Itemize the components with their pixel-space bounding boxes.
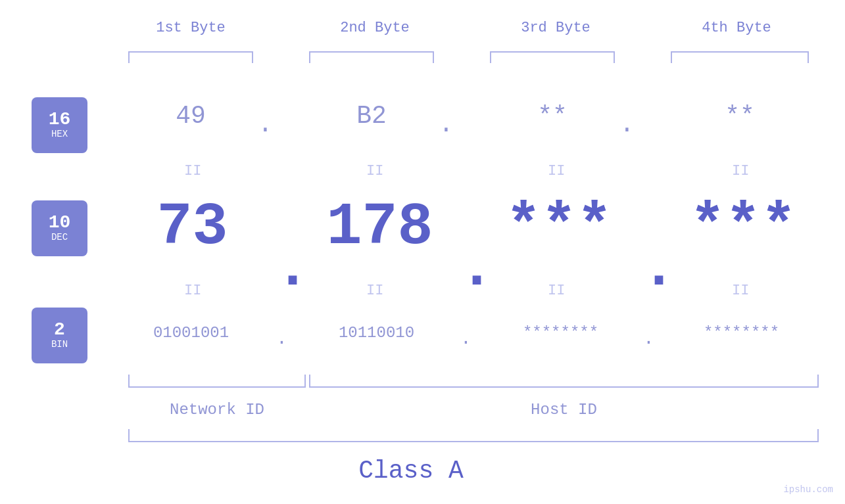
- network-id-label: Network ID: [128, 401, 306, 419]
- hex-val-4: **: [671, 102, 809, 130]
- hex-dot-2: .: [439, 110, 454, 139]
- bracket-top-col1: [128, 51, 253, 63]
- full-bottom-bracket: [128, 429, 819, 442]
- eq-dec-bin-2: II: [366, 283, 383, 299]
- eq-hex-dec-2: II: [366, 163, 383, 179]
- hex-badge: 16 HEX: [32, 97, 87, 153]
- eq-hex-dec-4: II: [732, 163, 749, 179]
- bin-badge-bottom: BIN: [51, 339, 68, 350]
- col3-header: 3rd Byte: [483, 20, 628, 36]
- bracket-top-col2: [309, 51, 434, 63]
- eq-hex-dec-3: II: [548, 163, 565, 179]
- col2-header: 2nd Byte: [302, 20, 447, 36]
- eq-dec-bin-4: II: [732, 283, 749, 299]
- bin-val-4: ********: [664, 324, 819, 342]
- hex-badge-bottom: HEX: [51, 129, 68, 140]
- bin-val-2: 10110010: [296, 324, 457, 342]
- main-container: 1st Byte 2nd Byte 3rd Byte 4th Byte 16 H…: [0, 0, 845, 504]
- dec-val-1: 73: [109, 194, 276, 261]
- eq-hex-dec-1: II: [184, 163, 201, 179]
- hex-val-2: B2: [309, 102, 434, 130]
- bracket-top-col3: [490, 51, 615, 63]
- hex-val-3: **: [490, 102, 615, 130]
- bin-val-3: ********: [480, 324, 641, 342]
- col4-header: 4th Byte: [664, 20, 809, 36]
- bin-badge: 2 BIN: [32, 308, 87, 363]
- hex-val-1: 49: [128, 102, 253, 130]
- bin-dot-2: .: [460, 329, 471, 349]
- dec-val-4: ***: [664, 194, 822, 261]
- bin-dot-1: .: [276, 329, 287, 349]
- dec-val-3: ***: [483, 194, 635, 261]
- bracket-top-col4: [671, 51, 809, 63]
- hex-dot-3: .: [619, 110, 635, 139]
- eq-dec-bin-1: II: [184, 283, 201, 299]
- bracket-bot-host: [309, 375, 819, 388]
- bracket-bot-network: [128, 375, 306, 388]
- dec-badge: 10 DEC: [32, 200, 87, 256]
- class-label: Class A: [0, 457, 822, 485]
- host-id-label: Host ID: [309, 401, 819, 419]
- hex-dot-1: .: [258, 110, 273, 139]
- bin-badge-top: 2: [54, 321, 65, 339]
- col1-header: 1st Byte: [118, 20, 263, 36]
- watermark: ipshu.com: [783, 484, 833, 495]
- dec-val-2: 178: [296, 194, 464, 261]
- eq-dec-bin-3: II: [548, 283, 565, 299]
- hex-badge-top: 16: [49, 110, 71, 129]
- bin-dot-3: .: [643, 329, 654, 349]
- bin-val-1: 01001001: [110, 324, 272, 342]
- dec-badge-bottom: DEC: [51, 232, 68, 243]
- dec-badge-top: 10: [49, 214, 71, 232]
